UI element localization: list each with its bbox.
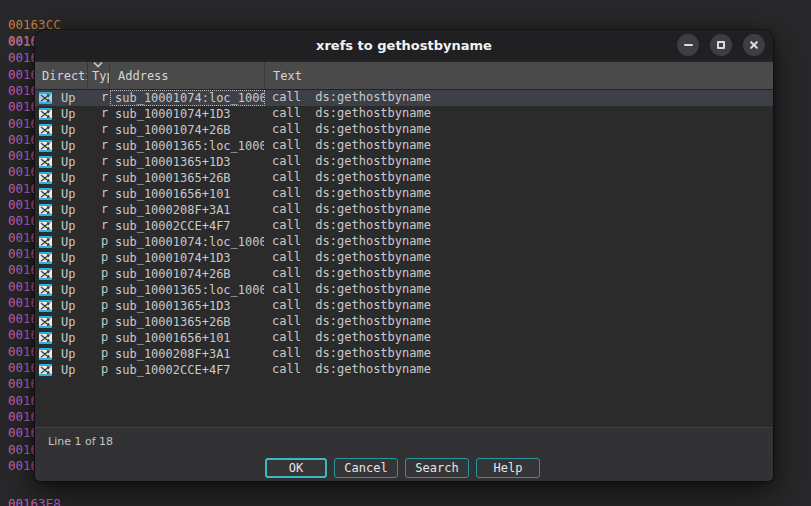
table-row[interactable]: Up r sub_10001656+101 call ds:gethostbyn… [35,186,773,202]
address-label: sub_10002CCE+4F7 [110,362,265,378]
minimize-icon [684,44,693,46]
table-row[interactable]: Up p sub_10001074+26B call ds:gethostbyn… [35,266,773,282]
table-row[interactable]: Up r sub_10001365+26B call ds:gethostbyn… [35,170,773,186]
text-label: call ds:gethostbyname [265,170,773,186]
line-indicator: Line 1 of 18 [48,435,113,448]
xrefs-table-body: Up r sub_10001074:loc_1000 call ds:getho… [35,90,773,426]
button-row: OK Cancel Search Help [265,458,540,478]
direction-cell: Up [35,202,88,218]
table-row[interactable]: Up r sub_10001074:loc_1000 call ds:getho… [35,90,773,106]
table-row[interactable]: Up p sub_10001656+101 call ds:gethostbyn… [35,330,773,346]
close-button[interactable] [743,34,765,56]
text-label: call ds:gethostbyname [265,218,773,234]
table-row[interactable]: Up r sub_10001365+1D3 call ds:gethostbyn… [35,154,773,170]
table-row[interactable]: Up r sub_10002CCE+4F7 call ds:gethostbyn… [35,218,773,234]
direction-label: Up [61,219,75,233]
disasm-address: 0016 [8,409,38,425]
xref-arrows-icon [39,204,52,216]
maximize-icon [717,41,725,49]
type-label: r [88,154,110,170]
disasm-address: 0016 [8,376,38,392]
disasm-address: 0016 [8,311,38,327]
direction-cell: Up [35,90,88,106]
table-row[interactable]: Up p sub_10001365+1D3 call ds:gethostbyn… [35,298,773,314]
disasm-address: 0016 [8,344,38,360]
direction-cell: Up [35,106,88,122]
ok-button[interactable]: OK [265,458,327,478]
xref-arrows-icon [39,108,52,120]
direction-label: Up [61,315,75,329]
direction-cell: Up [35,362,88,378]
table-row[interactable]: Up r sub_10001365:loc_1000 call ds:getho… [35,138,773,154]
table-row[interactable]: Up r sub_10001074+1D3 call ds:gethostbyn… [35,106,773,122]
type-label: r [88,218,110,234]
chevron-down-icon [92,62,104,68]
search-button[interactable]: Search [405,458,469,478]
xref-arrows-icon [39,92,52,104]
text-label: call ds:gethostbyname [265,122,773,138]
direction-label: Up [61,235,75,249]
direction-label: Up [61,91,75,105]
help-button[interactable]: Help [476,458,540,478]
type-label: r [88,202,110,218]
type-label: r [88,106,110,122]
table-row[interactable]: Up r sub_10001074+26B call ds:gethostbyn… [35,122,773,138]
direction-cell: Up [35,170,88,186]
disasm-address: 0016 [8,67,38,83]
maximize-button[interactable] [710,34,732,56]
table-row[interactable]: Up r sub_1000208F+3A1 call ds:gethostbyn… [35,202,773,218]
disasm-address: 0016 [8,34,38,50]
column-header-type[interactable]: Type [88,62,110,89]
table-row[interactable]: Up p sub_10001365:loc_1000 call ds:getho… [35,282,773,298]
direction-label: Up [61,171,75,185]
table-row[interactable]: Up p sub_10001074:loc_1000 call ds:getho… [35,234,773,250]
table-row[interactable]: Up p sub_1000208F+3A1 call ds:gethostbyn… [35,346,773,362]
table-row[interactable]: Up p sub_10001365+26B call ds:gethostbyn… [35,314,773,330]
column-header-address[interactable]: Address [110,62,265,89]
direction-cell: Up [35,138,88,154]
table-row[interactable]: Up p sub_10002CCE+4F7 call ds:gethostbyn… [35,362,773,378]
minimize-button[interactable] [677,34,699,56]
disasm-address: 0016 [8,230,38,246]
text-label: call ds:gethostbyname [265,90,773,106]
xref-arrows-icon [39,236,52,248]
direction-label: Up [61,123,75,137]
direction-cell: Up [35,266,88,282]
xref-arrows-icon [39,348,52,360]
direction-label: Up [61,299,75,313]
dialog-title: xrefs to gethostbyname [316,38,492,53]
direction-label: Up [61,363,75,377]
address-label: sub_10001365+1D3 [110,154,265,170]
text-label: call ds:gethostbyname [265,266,773,282]
address-label: sub_10001365:loc_1000 [110,138,265,154]
dialog-statusbar: Line 1 of 18 OK Cancel Search Help [35,427,773,481]
type-label: p [88,314,110,330]
direction-label: Up [61,267,75,281]
disasm-address: 0016 [8,197,38,213]
direction-cell: Up [35,154,88,170]
address-label: sub_10001074:loc_1000 [110,90,265,106]
cancel-button[interactable]: Cancel [334,458,398,478]
column-header-text[interactable]: Text [265,62,773,89]
xref-arrows-icon [39,172,52,184]
address-label: sub_10001074+1D3 [110,250,265,266]
type-label: r [88,186,110,202]
direction-cell: Up [35,186,88,202]
address-label: sub_10001365:loc_1000 [110,282,265,298]
dialog-titlebar[interactable]: xrefs to gethostbyname [35,30,773,60]
column-header-direction[interactable]: Direction [35,62,88,89]
disasm-address: 0016 [8,442,38,458]
xref-arrows-icon [39,364,52,376]
disasm-address: 0016 [8,327,38,343]
disasm-address: 0016 [8,246,38,262]
disasm-address: 0016 [8,148,38,164]
direction-label: Up [61,283,75,297]
disasm-address: 0016 [8,132,38,148]
type-label: p [88,346,110,362]
xref-arrows-icon [39,220,52,232]
table-row[interactable]: Up p sub_10001074+1D3 call ds:gethostbyn… [35,250,773,266]
xref-arrows-icon [39,332,52,344]
text-label: call ds:gethostbyname [265,330,773,346]
direction-cell: Up [35,298,88,314]
type-label: r [88,90,110,106]
